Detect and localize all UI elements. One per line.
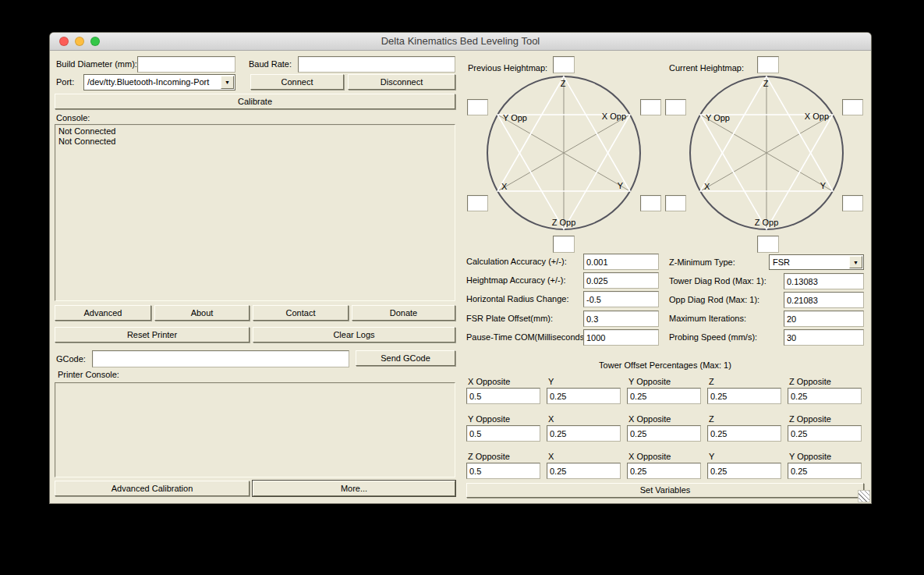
baud-rate-input[interactable]	[298, 56, 455, 73]
title-bar[interactable]: Delta Kinematics Bed Leveling Tool	[50, 33, 871, 51]
offset-input-r1c3[interactable]	[627, 388, 701, 404]
current-heightmap-input-upper-right[interactable]	[842, 99, 863, 115]
point-label-z: Z	[561, 79, 566, 88]
offset-input-r1c5[interactable]	[788, 388, 862, 404]
zoom-icon[interactable]	[90, 37, 100, 46]
z-minimum-selected-value: FSR	[773, 257, 848, 267]
resize-grip[interactable]	[858, 490, 870, 502]
offset-input-r1c1[interactable]	[466, 388, 540, 404]
point-label-z-opp: Z Opp	[552, 218, 576, 227]
offset-input-r2c4[interactable]	[707, 425, 781, 442]
offset-input-r2c2[interactable]	[547, 425, 621, 442]
previous-heightmap-input-top[interactable]	[553, 56, 575, 73]
previous-heightmap-label: Previous Heightmap:	[468, 63, 547, 73]
offset-input-r2c1[interactable]	[466, 425, 540, 442]
previous-heightmap-input-bottom[interactable]	[553, 236, 575, 253]
set-variables-button[interactable]: Set Variables	[466, 483, 864, 498]
point-label-y-opp: Y Opp	[503, 113, 527, 122]
offset-label-r1c2: Y	[548, 377, 554, 387]
offset-input-r2c5[interactable]	[788, 425, 862, 442]
offset-label-r2c1: Y Opposite	[468, 414, 510, 424]
current-heightmap-input-bottom[interactable]	[757, 236, 779, 253]
build-diameter-input[interactable]	[137, 56, 235, 73]
reset-printer-button[interactable]: Reset Printer	[55, 327, 250, 343]
maximum-iterations-label: Maximum Iterations:	[669, 314, 746, 324]
calculation-accuracy-input[interactable]	[583, 254, 659, 270]
point-label-y: Y	[820, 181, 827, 190]
more-button[interactable]: More...	[253, 481, 455, 496]
offset-input-r1c4[interactable]	[707, 388, 781, 404]
printer-console-output[interactable]	[55, 382, 455, 477]
pause-time-com-label: Pause-Time COM(Milliseconds):	[466, 332, 589, 343]
about-button[interactable]: About	[154, 305, 250, 321]
disconnect-button[interactable]: Disconnect	[348, 74, 455, 90]
offset-input-r3c5[interactable]	[788, 463, 862, 479]
point-label-x-opp: X Opp	[805, 112, 829, 121]
offset-label-r1c3: Y Opposite	[628, 377, 671, 387]
offset-label-r2c3: X Opposite	[628, 414, 671, 424]
maximum-iterations-input[interactable]	[784, 311, 864, 327]
send-gcode-button[interactable]: Send GCode	[356, 350, 455, 366]
fsr-plate-offset-label: FSR Plate Offset(mm):	[466, 314, 553, 324]
current-heightmap-input-lower-left[interactable]	[665, 195, 686, 211]
previous-heightmap-input-upper-left[interactable]	[467, 99, 488, 115]
offset-label-r1c1: X Opposite	[468, 377, 510, 387]
offset-label-r2c2: X	[548, 414, 554, 424]
calculation-accuracy-label: Calculation Accuracy (+/-):	[466, 257, 567, 267]
close-icon[interactable]	[59, 37, 69, 46]
console-output[interactable]: Not Connected Not Connected	[55, 124, 455, 301]
chevron-down-icon[interactable]: ▼	[849, 256, 862, 268]
probing-speed-input[interactable]	[784, 329, 864, 346]
previous-heightmap-input-upper-right[interactable]	[640, 99, 661, 115]
build-diameter-label: Build Diameter (mm):	[56, 59, 137, 69]
offset-input-r3c3[interactable]	[627, 463, 701, 479]
point-label-x-opp: X Opp	[602, 112, 626, 121]
minimize-icon[interactable]	[75, 37, 84, 46]
offset-label-r2c5: Z Opposite	[789, 414, 831, 424]
clear-logs-button[interactable]: Clear Logs	[253, 327, 455, 343]
current-heightmap-input-upper-left[interactable]	[665, 99, 686, 115]
current-heightmap-input-top[interactable]	[757, 56, 779, 73]
z-minimum-type-label: Z-Minimum Type:	[669, 257, 735, 268]
app-window: Delta Kinematics Bed Leveling Tool Build…	[50, 33, 871, 503]
offset-label-r3c5: Y Opposite	[789, 452, 831, 462]
advanced-button[interactable]: Advanced	[55, 305, 151, 321]
probing-speed-label: Probing Speed (mm/s):	[669, 332, 757, 343]
previous-heightmap-input-lower-left[interactable]	[467, 195, 488, 211]
gcode-label: GCode:	[56, 354, 86, 364]
offset-input-r3c1[interactable]	[466, 463, 540, 479]
connect-button[interactable]: Connect	[250, 74, 344, 90]
offset-label-r1c5: Z Opposite	[789, 377, 831, 387]
offset-input-r1c2[interactable]	[547, 388, 621, 404]
port-label: Port:	[56, 77, 74, 87]
offset-input-r2c3[interactable]	[627, 425, 701, 442]
calibrate-button[interactable]: Calibrate	[55, 94, 455, 109]
heightmap-accuracy-input[interactable]	[583, 272, 659, 289]
fsr-plate-offset-input[interactable]	[583, 311, 659, 327]
point-label-y-opp: Y Opp	[706, 113, 730, 122]
offset-input-r3c2[interactable]	[547, 463, 621, 479]
contact-button[interactable]: Contact	[253, 305, 349, 321]
current-heightmap-label: Current Heightmap:	[669, 63, 744, 73]
offset-label-r3c2: X	[548, 452, 554, 462]
tower-offsets-title: Tower Offset Percentages (Max: 1)	[466, 360, 864, 371]
tower-diag-rod-input[interactable]	[784, 273, 864, 289]
advanced-calibration-button[interactable]: Advanced Calibration	[55, 481, 250, 496]
z-minimum-type-select[interactable]: FSR ▼	[769, 254, 864, 270]
horizontal-radius-change-input[interactable]	[583, 291, 659, 307]
offset-label-r3c4: Y	[709, 452, 714, 462]
gcode-input[interactable]	[92, 350, 349, 367]
previous-heightmap-input-lower-right[interactable]	[640, 195, 661, 211]
pause-time-com-input[interactable]	[583, 329, 659, 346]
horizontal-radius-change-label: Horizontal Radius Change:	[466, 294, 568, 304]
port-selected-value: /dev/tty.Bluetooth-Incoming-Port	[87, 77, 219, 87]
donate-button[interactable]: Donate	[352, 305, 455, 321]
point-label-z-opp: Z Opp	[755, 218, 779, 227]
window-title: Delta Kinematics Bed Leveling Tool	[50, 33, 871, 50]
current-heightmap-input-lower-right[interactable]	[842, 195, 863, 211]
offset-label-r3c1: Z Opposite	[468, 452, 510, 462]
port-select[interactable]: /dev/tty.Bluetooth-Incoming-Port ▼	[83, 74, 235, 91]
offset-input-r3c4[interactable]	[707, 463, 781, 479]
opp-diag-rod-input[interactable]	[784, 292, 864, 308]
chevron-down-icon[interactable]: ▼	[221, 76, 234, 89]
